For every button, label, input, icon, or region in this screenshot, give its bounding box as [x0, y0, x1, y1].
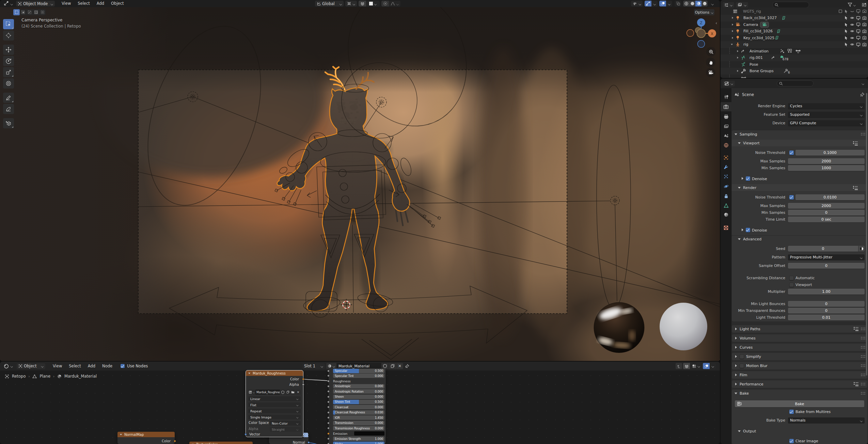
image-new-button[interactable]: [285, 390, 290, 395]
bake-type-dropdown[interactable]: Normals: [788, 417, 865, 423]
tool-cursor[interactable]: [3, 30, 14, 41]
vp-max-samples-field[interactable]: 2000: [788, 158, 865, 164]
vp-min-samples-field[interactable]: 1000: [788, 165, 865, 171]
hide-icon[interactable]: [850, 22, 854, 27]
disable-render-icon[interactable]: [862, 29, 867, 33]
sampling-panel-header[interactable]: Sampling: [732, 130, 867, 138]
light-paths-drag[interactable]: [861, 327, 865, 331]
motion-blur-panel[interactable]: Motion Blur: [732, 362, 867, 369]
pan-button[interactable]: [706, 58, 715, 67]
viewport-preset-button[interactable]: [853, 141, 858, 145]
bake-button[interactable]: Bake: [735, 400, 864, 407]
snap-toggle[interactable]: [359, 1, 366, 6]
properties-editor-type[interactable]: [723, 81, 735, 86]
tab-object[interactable]: [721, 153, 731, 162]
slot-dropdown[interactable]: Slot 1: [302, 363, 325, 369]
curves-panel[interactable]: Curves: [732, 344, 867, 351]
bsdf-transmission-row[interactable]: Transmission0.000: [333, 421, 384, 425]
clear-image-checkbox[interactable]: [789, 439, 794, 443]
disable-viewport-icon[interactable]: [856, 22, 861, 27]
pin-button[interactable]: [404, 363, 410, 369]
volumes-panel[interactable]: Volumes: [732, 334, 867, 342]
snap-target-dropdown[interactable]: [366, 1, 380, 6]
image-fake-user-button[interactable]: [280, 390, 285, 395]
menu-object[interactable]: Object: [108, 0, 127, 7]
bsdf-emission-row[interactable]: Emission: [333, 431, 347, 436]
show-overlays-toggle[interactable]: [659, 1, 666, 6]
disable-render-icon[interactable]: [862, 36, 867, 40]
navigation-gizmo[interactable]: Z X: [677, 10, 720, 51]
scrambling-viewport-checkbox[interactable]: [789, 283, 794, 287]
image-browse-button[interactable]: [248, 390, 255, 395]
projection-select[interactable]: Flat: [248, 402, 301, 407]
light-paths-panel[interactable]: Light Paths: [732, 325, 867, 333]
properties-options-dropdown[interactable]: [860, 82, 866, 85]
shading-solid-button[interactable]: [689, 1, 695, 6]
hide-icon[interactable]: [850, 29, 854, 33]
rn-noise-threshold-field[interactable]: 0.0100: [795, 194, 865, 200]
color-space-select[interactable]: Non-Color: [270, 421, 301, 426]
shader-snap-toggle[interactable]: [683, 363, 690, 369]
disable-viewport-icon[interactable]: [856, 9, 861, 13]
disable-render-icon[interactable]: [862, 16, 867, 20]
image-name-field[interactable]: Marduk_Roughness: [255, 390, 280, 395]
menu-add[interactable]: Add: [93, 0, 108, 7]
tab-texture[interactable]: [721, 223, 731, 232]
texturecolor-node-header[interactable]: TextureColor: [189, 442, 253, 444]
hide-icon[interactable]: [850, 9, 854, 14]
outliner-row-animation[interactable]: Animation: [721, 48, 868, 54]
vp-noise-threshold-field[interactable]: 0.1000: [795, 150, 865, 156]
seed-animate-button[interactable]: [858, 246, 865, 252]
show-gizmo-toggle[interactable]: [645, 1, 651, 6]
proportional-falloff-dropdown[interactable]: [389, 1, 400, 6]
normalmap-color-socket[interactable]: [174, 440, 176, 442]
outliner-row-rig[interactable]: rig: [721, 41, 868, 48]
min-light-bounces-field[interactable]: 0: [788, 301, 865, 307]
bake-multires-checkbox[interactable]: [789, 410, 794, 414]
outliner-search[interactable]: [772, 2, 809, 8]
curves-drag[interactable]: [861, 346, 865, 349]
proportional-editing-toggle[interactable]: [381, 1, 389, 6]
xray-toggle[interactable]: [675, 1, 681, 6]
tab-view-layer[interactable]: [721, 122, 731, 131]
unlink-material-button[interactable]: ✕: [396, 363, 403, 369]
rn-denoise-checkbox[interactable]: [746, 228, 750, 232]
tab-constraints[interactable]: [721, 192, 731, 201]
bsdf-sheen-row[interactable]: Sheen0.000: [333, 395, 384, 399]
shading-wireframe-button[interactable]: [683, 1, 689, 6]
properties-pin-icon[interactable]: [860, 92, 865, 97]
bsdf-ior-row[interactable]: IOR1.450: [333, 415, 384, 420]
selectable-icon[interactable]: [844, 36, 848, 40]
performance-panel[interactable]: Performance: [732, 380, 867, 388]
tab-render[interactable]: [721, 102, 731, 111]
vp-denoise-checkbox[interactable]: [746, 176, 750, 181]
emission-color-swatch[interactable]: [354, 431, 384, 435]
shader-type-dropdown[interactable]: Object: [17, 363, 45, 369]
disable-viewport-icon[interactable]: [856, 43, 861, 47]
select-mode-paint[interactable]: [39, 9, 46, 15]
motion-blur-drag[interactable]: [861, 364, 865, 367]
bake-drag[interactable]: [861, 392, 865, 395]
bake-output-header[interactable]: Output: [732, 428, 867, 434]
render-engine-dropdown[interactable]: Cycles: [788, 103, 865, 109]
rn-min-samples-field[interactable]: 0: [788, 210, 865, 216]
outliner-filter-type[interactable]: [736, 2, 748, 8]
mode-dropdown[interactable]: Object Mode: [16, 1, 55, 6]
image-open-button[interactable]: [290, 390, 295, 395]
bsdf-clearcoat-roughness-row[interactable]: Clearcoat Roughness0.030: [333, 410, 384, 415]
rn-denoise-expand[interactable]: [741, 228, 744, 232]
color-output-socket[interactable]: [302, 378, 304, 380]
vp-noise-threshold-checkbox[interactable]: [789, 150, 794, 155]
tab-tool[interactable]: [721, 92, 731, 101]
disable-render-icon[interactable]: [862, 9, 867, 13]
tool-measure[interactable]: [3, 104, 14, 114]
light-paths-preset[interactable]: [854, 327, 858, 331]
viewport-canvas[interactable]: [0, 7, 720, 361]
multiplier-field[interactable]: 1.00: [788, 289, 865, 295]
outliner-row-wgts-rig[interactable]: WGTS_rig: [721, 8, 868, 15]
bsdf-anisotropic-row[interactable]: Anisotropic0.000: [333, 384, 384, 388]
tab-world[interactable]: [721, 141, 731, 150]
principled-bsdf-node[interactable]: Specular0.500 Specular Tint0.000 Roughne…: [329, 368, 386, 444]
menu-select[interactable]: Select: [74, 0, 93, 7]
outliner-row-fill-light[interactable]: Fill_cc3iid_1026: [721, 28, 868, 35]
